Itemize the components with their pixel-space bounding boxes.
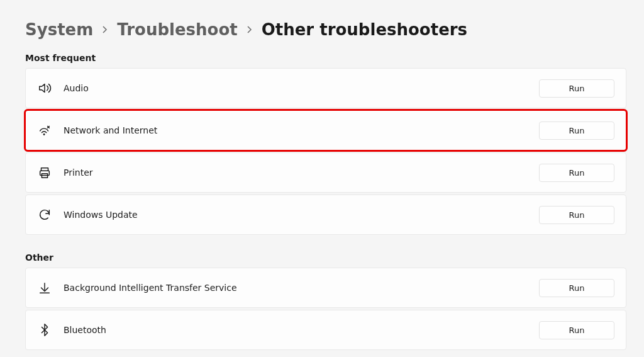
- network-icon: [37, 123, 52, 138]
- run-button[interactable]: Run: [539, 164, 614, 182]
- download-icon: [37, 280, 52, 295]
- update-icon: [37, 207, 52, 222]
- troubleshooter-bluetooth: Bluetooth Run: [25, 310, 626, 350]
- troubleshooter-label: Windows Update: [64, 210, 539, 220]
- svg-point-0: [43, 134, 44, 135]
- run-button[interactable]: Run: [539, 79, 614, 98]
- troubleshooter-bits: Background Intelligent Transfer Service …: [25, 268, 626, 308]
- chevron-right-icon: [247, 25, 253, 34]
- troubleshooter-label: Printer: [64, 167, 539, 178]
- breadcrumb-troubleshoot[interactable]: Troubleshoot: [117, 20, 237, 39]
- section-label-other: Other: [25, 252, 626, 263]
- breadcrumb: System Troubleshoot Other troubleshooter…: [25, 20, 626, 39]
- troubleshooter-audio: Audio Run: [25, 68, 626, 108]
- troubleshooter-label: Bluetooth: [64, 325, 539, 335]
- run-button[interactable]: Run: [539, 321, 614, 339]
- run-button[interactable]: Run: [539, 279, 614, 297]
- bluetooth-icon: [37, 322, 52, 337]
- other-list: Background Intelligent Transfer Service …: [25, 268, 626, 350]
- section-label-most-frequent: Most frequent: [25, 53, 626, 63]
- chevron-right-icon: [102, 25, 108, 34]
- troubleshooter-label: Audio: [64, 83, 539, 93]
- audio-icon: [37, 81, 52, 96]
- troubleshooter-network: Network and Internet Run: [25, 110, 626, 150]
- run-button[interactable]: Run: [539, 122, 614, 140]
- troubleshooter-windows-update: Windows Update Run: [25, 195, 626, 235]
- breadcrumb-system[interactable]: System: [25, 20, 93, 39]
- troubleshooter-label: Background Intelligent Transfer Service: [64, 283, 539, 293]
- troubleshooter-printer: Printer Run: [25, 152, 626, 193]
- troubleshooter-label: Network and Internet: [64, 125, 539, 135]
- most-frequent-list: Audio Run Network and Internet Run Print…: [25, 68, 626, 235]
- printer-icon: [37, 165, 52, 180]
- breadcrumb-current: Other troubleshooters: [262, 20, 467, 39]
- run-button[interactable]: Run: [539, 206, 614, 224]
- settings-page: System Troubleshoot Other troubleshooter…: [0, 0, 644, 350]
